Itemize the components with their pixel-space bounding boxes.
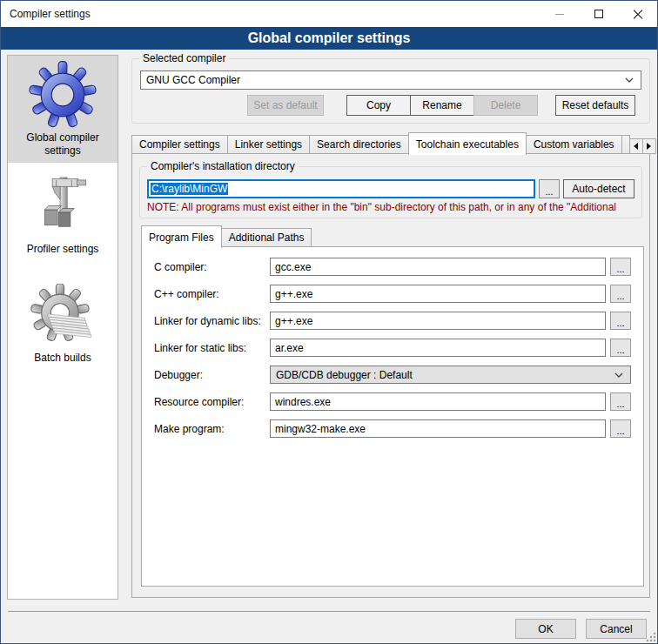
title-bar: Compiler settings [1,1,657,27]
dynamic-linker-label: Linker for dynamic libs: [154,315,270,327]
tab-search-directories[interactable]: Search directories [309,135,409,154]
subtab-additional-paths[interactable]: Additional Paths [221,228,312,247]
tab-compiler-settings[interactable]: Compiler settings [131,135,228,154]
set-as-default-button[interactable]: Set as default [247,95,324,116]
chevron-down-icon [614,372,623,378]
dialog-content: Global compiler settings [1,50,657,643]
debugger-label: Debugger: [154,369,270,381]
program-tabs: Program Files Additional Paths [141,225,649,247]
cancel-button[interactable]: Cancel [586,619,647,639]
compiler-buttons-row: Set as default Copy Rename Delete Reset … [140,95,641,116]
installation-directory-input[interactable]: C:\raylib\MinGW [147,179,535,198]
tab-scroll-arrows [630,138,656,154]
resource-compiler-input[interactable] [270,392,606,411]
maximize-icon [594,10,603,18]
selected-compiler-group: Selected compiler GNU GCC Compiler Set a… [131,58,650,124]
sidebar-item-label: Batch builds [8,350,118,370]
dynamic-linker-row: Linker for dynamic libs: ... [154,312,631,330]
cpp-compiler-input[interactable] [270,285,606,303]
arrow-right-icon [647,143,651,150]
subtab-program-files[interactable]: Program Files [141,225,222,248]
installation-directory-browse-button[interactable]: ... [539,179,560,198]
dynamic-linker-browse-button[interactable]: ... [610,312,631,330]
sidebar-item-profiler-settings[interactable]: Profiler settings [8,173,118,261]
auto-detect-button[interactable]: Auto-detect [563,179,634,198]
tab-toolchain-executables[interactable]: Toolchain executables [408,132,527,155]
program-files-page: C compiler: ... C++ compiler: ... [141,246,644,587]
sidebar-item-batch-builds[interactable]: Batch builds [8,284,118,370]
gray-gear-stack-icon [8,284,118,350]
debugger-row: Debugger: GDB/CDB debugger : Default [154,366,631,384]
caliper-icon [8,173,118,241]
compiler-settings-dialog: Compiler settings Global compiler settin… [0,0,658,644]
cpp-compiler-browse-button[interactable]: ... [610,285,631,303]
installation-directory-row: C:\raylib\MinGW ... Auto-detect [147,179,634,198]
make-program-input[interactable] [270,419,606,438]
close-button[interactable] [618,1,657,27]
minimize-button[interactable] [540,1,579,27]
delete-button[interactable]: Delete [473,95,538,116]
static-linker-label: Linker for static libs: [154,342,270,354]
compiler-select[interactable]: GNU GCC Compiler [140,70,641,90]
window-title: Compiler settings [1,8,91,20]
close-icon [633,10,642,19]
static-linker-row: Linker for static libs: ... [154,339,631,357]
tab-scroll-right-button[interactable] [642,138,656,154]
sidebar-item-label: Profiler settings [8,241,118,261]
dynamic-linker-input[interactable] [270,312,606,330]
make-program-label: Make program: [154,423,270,435]
installation-directory-value: C:\raylib\MinGW [151,183,228,195]
settings-category-list: Global compiler settings [7,55,118,600]
chevron-down-icon [625,77,634,83]
blue-gear-icon [8,60,118,130]
c-compiler-input[interactable] [270,258,606,276]
page-title: Global compiler settings [1,27,657,50]
arrow-left-icon [634,143,638,150]
bin-subdirectory-note: NOTE: All programs must exist either in … [147,201,634,213]
cpp-compiler-label: C++ compiler: [154,288,270,300]
tab-scroll-left-button[interactable] [629,138,643,154]
cpp-compiler-row: C++ compiler: ... [154,285,631,303]
ok-button[interactable]: OK [515,619,576,639]
debugger-select-value: GDB/CDB debugger : Default [276,369,614,381]
compiler-select-value: GNU GCC Compiler [146,74,625,86]
main-panel: Selected compiler GNU GCC Compiler Set a… [126,50,650,643]
resource-compiler-browse-button[interactable]: ... [610,392,631,411]
selected-compiler-group-label: Selected compiler [139,52,229,64]
resource-compiler-label: Resource compiler: [154,396,270,408]
settings-tabs: Compiler settings Linker settings Search… [131,132,650,154]
make-program-row: Make program: ... [154,419,631,438]
copy-button[interactable]: Copy [346,95,411,116]
installation-directory-group: Compiler's installation directory C:\ray… [139,166,642,218]
sidebar-item-global-compiler-settings[interactable]: Global compiler settings [8,56,118,163]
toolchain-executables-page: Compiler's installation directory C:\ray… [131,153,650,598]
minimize-icon [555,14,564,15]
maximize-button[interactable] [579,1,618,27]
reset-defaults-button[interactable]: Reset defaults [555,95,635,116]
window-controls [540,1,657,27]
c-compiler-row: C compiler: ... [154,258,631,276]
c-compiler-browse-button[interactable]: ... [610,258,631,276]
installation-directory-group-label: Compiler's installation directory [147,160,299,172]
dialog-footer: OK Cancel [8,611,650,639]
static-linker-browse-button[interactable]: ... [610,339,631,357]
make-program-browse-button[interactable]: ... [610,419,631,438]
tab-custom-variables[interactable]: Custom variables [526,135,622,154]
resource-compiler-row: Resource compiler: ... [154,392,631,411]
static-linker-input[interactable] [270,339,606,357]
rename-button[interactable]: Rename [410,95,474,116]
debugger-select[interactable]: GDB/CDB debugger : Default [270,366,631,384]
tab-linker-settings[interactable]: Linker settings [227,135,310,154]
resize-grip[interactable] [646,632,656,642]
sidebar-item-label: Global compiler settings [8,130,118,163]
c-compiler-label: C compiler: [154,261,270,273]
